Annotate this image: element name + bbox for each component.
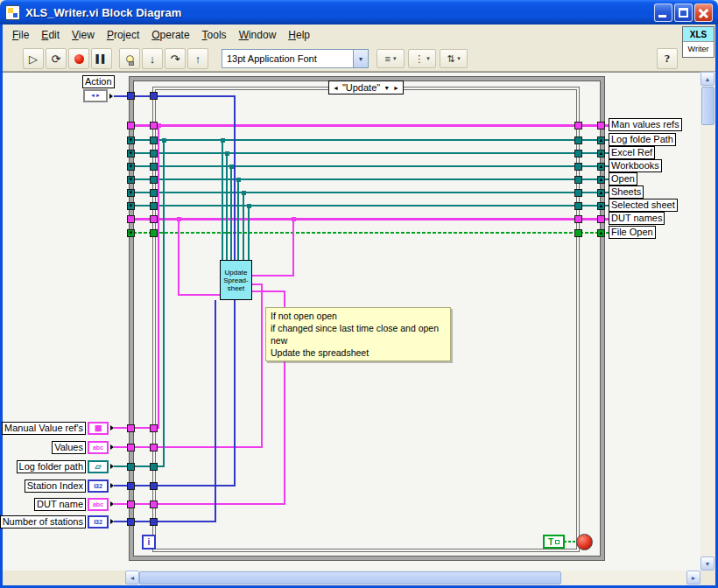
iteration-terminal[interactable]: i — [142, 535, 156, 550]
tunnel[interactable] — [127, 500, 135, 508]
arrow-right-icon: ► — [691, 575, 697, 581]
string-glyph-icon: abc — [93, 444, 103, 451]
control-path: Log folder path▱ — [0, 458, 114, 474]
shift-register[interactable]: ▼ — [127, 189, 135, 197]
tunnel[interactable] — [150, 189, 158, 197]
tunnel[interactable] — [574, 202, 582, 210]
tunnel[interactable] — [574, 136, 582, 144]
tunnel[interactable] — [574, 229, 582, 237]
shift-register[interactable]: ▲ — [597, 202, 605, 210]
tunnel[interactable] — [150, 500, 158, 508]
wire-label: Log folde Path — [609, 133, 676, 146]
shift-register[interactable]: ▼ — [127, 202, 135, 210]
control-terminal-int32[interactable]: I32 — [88, 515, 109, 528]
shift-register[interactable]: ▼ — [127, 176, 135, 184]
wire-junction — [236, 178, 241, 182]
control-terminal-enum[interactable]: ◄► — [83, 89, 108, 102]
tunnel[interactable] — [574, 176, 582, 184]
tunnel[interactable] — [150, 122, 158, 130]
tunnel[interactable] — [574, 163, 582, 171]
output-arrow-icon — [110, 444, 114, 450]
subvi-update-spreadsheet[interactable]: Update Spread- sheet — [220, 260, 252, 300]
scroll-right-button[interactable]: ► — [686, 570, 700, 584]
loop-condition-stop-terminal[interactable] — [576, 534, 593, 550]
vertical-scroll-thumb[interactable] — [701, 87, 714, 125]
tunnel[interactable] — [150, 518, 158, 526]
control-label: Action — [82, 75, 115, 88]
wire-label: Workbooks — [609, 159, 662, 172]
vi-icon[interactable]: XLS Writer — [682, 26, 714, 58]
shift-register[interactable]: ▼ — [127, 150, 135, 158]
tunnel[interactable] — [150, 444, 158, 452]
wire-pink — [114, 284, 262, 447]
shift-register[interactable]: ▲ — [597, 176, 605, 184]
control-label: Values — [52, 441, 86, 454]
tunnel[interactable] — [597, 215, 605, 223]
wire-junction — [292, 217, 296, 221]
control-terminal-string[interactable]: abc — [88, 498, 109, 511]
tunnel[interactable] — [150, 163, 158, 171]
wire-label: Selected sheet — [609, 199, 678, 212]
vertical-scrollbar[interactable]: ▲ ▼ — [700, 72, 715, 570]
shift-register[interactable]: ▲ — [597, 150, 605, 158]
comment-note: If not open open if changed since last t… — [265, 307, 451, 361]
tunnel[interactable] — [574, 215, 582, 223]
shift-register[interactable]: ▲ — [597, 189, 605, 197]
scroll-down-button[interactable]: ▼ — [700, 556, 714, 570]
scroll-left-button[interactable]: ◄ — [125, 570, 139, 584]
tunnel[interactable] — [150, 482, 158, 490]
shift-register[interactable]: ▼ — [127, 163, 135, 171]
tunnel[interactable] — [574, 150, 582, 158]
control-terminal-refnum-array[interactable]: ▦ — [88, 422, 109, 435]
tunnel[interactable] — [127, 518, 135, 526]
control-terminal-path[interactable]: ▱ — [88, 460, 109, 473]
path-glyph-icon: ▱ — [95, 464, 102, 470]
int32-glyph-icon: I32 — [94, 483, 102, 489]
tunnel[interactable] — [150, 92, 158, 100]
horizontal-scrollbar[interactable]: ◄ ► — [125, 570, 700, 585]
tunnel[interactable] — [150, 150, 158, 158]
tunnel[interactable] — [150, 463, 158, 471]
output-arrow-icon — [110, 519, 114, 524]
wire-pink — [114, 291, 285, 504]
shift-register[interactable]: ▲ — [597, 229, 605, 237]
control-terminal-int32[interactable]: I32 — [88, 480, 109, 493]
control-string: Valuesabc — [0, 439, 114, 455]
tunnel[interactable] — [127, 444, 135, 452]
control-int32: Station IndexI32 — [0, 478, 114, 494]
tunnel[interactable] — [127, 215, 135, 223]
output-arrow-icon — [110, 501, 114, 507]
tunnel[interactable] — [574, 189, 582, 197]
tunnel[interactable] — [127, 424, 135, 432]
refnum-array-glyph-icon: ▦ — [95, 425, 102, 431]
tunnel[interactable] — [150, 229, 158, 237]
wire-pink — [252, 219, 293, 276]
control-terminal-string[interactable]: abc — [88, 441, 109, 454]
boolean-square-icon — [555, 540, 560, 544]
shift-register[interactable]: ▼ — [127, 229, 135, 237]
wire-junction — [162, 138, 166, 143]
shift-register[interactable]: ▼ — [127, 136, 135, 144]
int32-glyph-icon: I32 — [94, 519, 102, 525]
tunnel[interactable] — [127, 482, 135, 490]
tunnel[interactable] — [574, 122, 582, 130]
tunnel[interactable] — [150, 176, 158, 184]
true-constant[interactable]: T — [543, 535, 565, 549]
tunnel[interactable] — [127, 92, 135, 100]
tunnel[interactable] — [597, 122, 605, 130]
tunnel[interactable] — [127, 463, 135, 471]
control-string: DUT nameabc — [0, 496, 114, 512]
output-arrow-icon — [109, 94, 113, 99]
control-label: Station Index — [25, 480, 86, 493]
scroll-up-button[interactable]: ▲ — [700, 72, 714, 86]
tunnel[interactable] — [127, 122, 135, 130]
shift-register[interactable]: ▲ — [597, 163, 605, 171]
arrow-up-icon: ▲ — [705, 76, 711, 82]
tunnel[interactable] — [150, 424, 158, 432]
horizontal-scroll-thumb[interactable] — [139, 571, 561, 584]
tunnel[interactable] — [150, 202, 158, 210]
shift-register[interactable]: ▲ — [597, 136, 605, 144]
wire-label: DUT names — [609, 212, 665, 225]
tunnel[interactable] — [150, 136, 158, 144]
tunnel[interactable] — [150, 215, 158, 223]
